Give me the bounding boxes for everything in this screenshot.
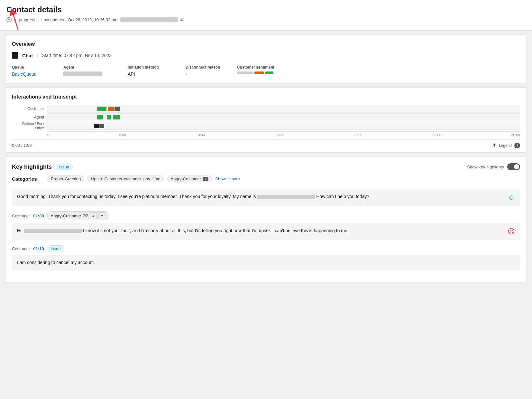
disconnect-label: Disconnect reason (186, 65, 232, 70)
category-meta-1: Angry-Customer 2/2 ▲ ▼ (47, 211, 109, 220)
copy-icon[interactable]: ⧉ (180, 17, 184, 23)
redacted-id (120, 17, 178, 22)
timeline-label-agent: Agent (12, 115, 47, 119)
axis-labels: 0 5:00 10:00 15:00 20:00 25:00 30:00 (47, 131, 520, 137)
redacted-name-1 (257, 195, 315, 199)
issue-tag[interactable]: Issue (56, 164, 73, 170)
category-upset-customer[interactable]: Upset_Customer-customer_any_time (87, 176, 164, 182)
chevron-up-btn[interactable]: ▲ (90, 212, 97, 219)
last-updated-label: Last updated: Oct 28, 2019, 10:36:32 pm (41, 17, 117, 22)
highlights-card: Key highlights Issue Show key highlights… (5, 157, 527, 282)
chat-start-time: Start time: 07:42 pm, Nov 14, 2023 (42, 53, 112, 58)
show-more-link[interactable]: Show 1 more (215, 176, 240, 181)
transcript-message-3: I am considering to cancel my account. (12, 255, 520, 271)
transcript-meta-2: Customer 01:10 Issue (12, 245, 520, 252)
categories-row: Categories Proper-Greeting Upset_Custome… (12, 176, 520, 182)
meta-time-2: 01:10 (33, 246, 44, 251)
issue-tag-meta[interactable]: Issue (47, 245, 64, 252)
axis-3000: 30:00 (511, 133, 520, 137)
category-proper-greeting[interactable]: Proper-Greeting (47, 176, 84, 182)
interactions-card: Interactions and transcript Customer 3 2… (5, 87, 527, 153)
system-bar-1 (94, 124, 99, 128)
transcript-text-1: Good morning. Thank you for contacting u… (17, 193, 504, 200)
redacted-name-2 (24, 229, 82, 233)
show-key-highlights-label: Show key highlights (467, 165, 504, 169)
chat-icon (12, 52, 18, 59)
playback-actions: ⬆ Legend i (492, 142, 520, 148)
chevron-down-btn[interactable]: ▼ (98, 212, 105, 219)
key-highlights-row: Key highlights Issue Show key highlights (12, 163, 520, 170)
playback-bar: 0:00 / 1:58 ⬆ Legend i (12, 139, 520, 152)
key-highlights-toggle[interactable] (507, 163, 520, 170)
transcript-text-2: Hi, I know it's not your fault, and I'm … (17, 227, 504, 234)
initiation-value: API (128, 71, 180, 77)
category-angry-customer[interactable]: Angry-Customer 2 (167, 176, 212, 182)
axis-2500: 25:00 (432, 133, 441, 137)
system-bar-2 (99, 124, 104, 128)
overview-title: Overview (12, 41, 520, 47)
disconnect-col: Disconnect reason - (186, 65, 237, 77)
agent-col: Agent (63, 65, 128, 77)
meta-label-customer-2: Customer (12, 246, 30, 251)
key-highlights-title: Key highlights (12, 164, 52, 170)
queue-label: Queue (12, 65, 58, 70)
toggle-knob (514, 164, 519, 169)
sentiment-negative (254, 71, 264, 74)
arrow-annotation (9, 9, 22, 31)
sentiment-bar (237, 71, 515, 74)
timeline-track-system (47, 122, 520, 130)
svg-line-0 (12, 11, 18, 30)
customer-bar-2 (108, 107, 114, 111)
agent-value (63, 71, 102, 76)
timeline-label-system: System / Bot /Other (12, 122, 47, 130)
angry-customer-badge: 2 (203, 177, 208, 181)
chat-header: Chat | Start time: 07:42 pm, Nov 14, 202… (12, 52, 520, 59)
timeline-container: Customer 3 2 Agent (12, 105, 520, 137)
timeline-row-system: System / Bot /Other (12, 122, 520, 130)
timeline-axis: 0 5:00 10:00 15:00 20:00 25:00 30:00 (12, 131, 520, 137)
chat-label: Chat (22, 53, 33, 58)
transcript-message-2: Hi, I know it's not your fault, and I'm … (12, 223, 520, 240)
overview-grid: Queue BasicQueue Agent Initiation method… (12, 65, 520, 77)
key-highlights-left: Key highlights Issue (12, 164, 73, 170)
initiation-label: Initiation method (128, 65, 180, 70)
playback-time: 0:00 / 1:58 (12, 143, 32, 148)
customer-bar-3 (115, 107, 120, 111)
axis-2000: 20:00 (353, 133, 362, 137)
queue-value[interactable]: BasicQueue (12, 71, 58, 77)
status-divider: | (38, 17, 39, 22)
categories-label: Categories (12, 176, 44, 182)
transcript-message-1: Good morning. Thank you for contacting u… (12, 189, 520, 206)
axis-0: 0 (47, 133, 49, 137)
info-icon[interactable]: i (514, 143, 520, 148)
queue-col: Queue BasicQueue (12, 65, 63, 77)
sentiment-col: Customer sentiment (237, 65, 520, 77)
customer-bar-1 (97, 107, 106, 111)
sentiment-emoji-happy: ☺ (508, 193, 515, 202)
share-icon[interactable]: ⬆ (492, 142, 496, 148)
legend-label: Legend (499, 143, 512, 148)
agent-bar-3 (113, 115, 120, 119)
overview-card: Overview Chat | Start time: 07:42 pm, No… (5, 34, 527, 83)
axis-1500: 15:00 (275, 133, 284, 137)
agent-bar-2 (107, 115, 112, 119)
transcript-meta-1: Customer 01:00 Angry-Customer 2/2 ▲ ▼ (12, 211, 520, 220)
timeline-row-customer: Customer 3 2 (12, 105, 520, 113)
disconnect-value: - (186, 71, 232, 77)
sentiment-positive (265, 71, 273, 74)
timeline-track-customer: 3 2 (47, 105, 520, 113)
timeline-track-agent (47, 113, 520, 121)
agent-bar-1 (97, 115, 103, 119)
sentiment-neutral (237, 71, 253, 74)
transcript-text-3: I am considering to cancel my account. (17, 259, 515, 266)
sentiment-label: Customer sentiment (237, 65, 515, 70)
axis-500: 5:00 (119, 133, 126, 137)
axis-1000: 10:00 (196, 133, 205, 137)
meta-label-customer-1: Customer (12, 214, 30, 218)
sentiment-emoji-sad-1: ☹ (508, 227, 515, 236)
timeline-row-agent: Agent (12, 113, 520, 121)
interactions-title: Interactions and transcript (12, 94, 520, 100)
initiation-col: Initiation method API (128, 65, 186, 77)
category-meta-label-1: Angry-Customer (51, 214, 81, 218)
page-title: Contact details (6, 5, 526, 14)
